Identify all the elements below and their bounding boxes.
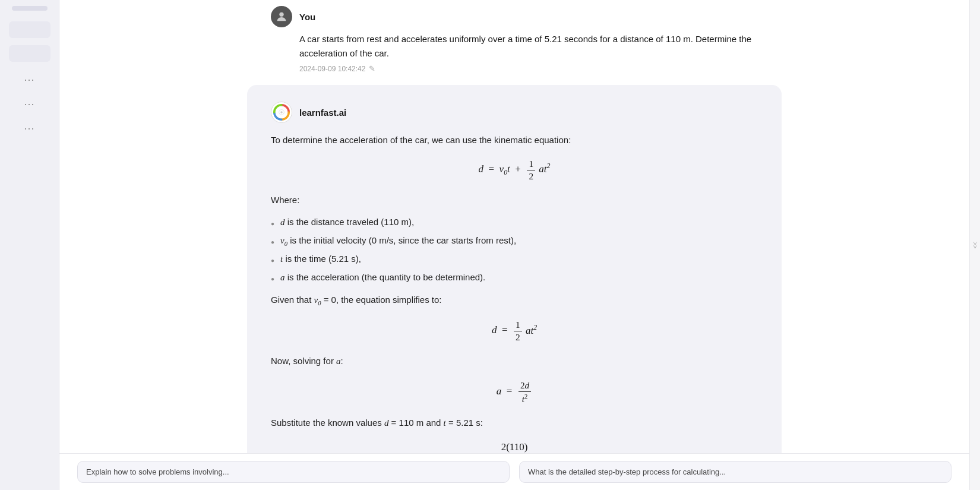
timestamp-text: 2024-09-09 10:42:42 <box>299 65 365 73</box>
sidebar-block-2 <box>9 45 50 62</box>
ai-header: learnfast.ai <box>271 102 758 123</box>
list-item-text: t is the time (5.21 s), <box>280 251 361 267</box>
ai-name: learnfast.ai <box>299 108 346 118</box>
user-message-text: A car starts from rest and accelerates u… <box>299 32 758 61</box>
right-edge-panel[interactable]: >> <box>969 0 980 490</box>
ai-substitute-text: Substitute the known values d = 110 m an… <box>271 415 758 431</box>
user-name: You <box>299 12 315 22</box>
ai-solving-text: Now, solving for a: <box>271 353 758 369</box>
user-header: You <box>271 6 758 27</box>
sidebar-dots-3[interactable]: ... <box>24 118 34 135</box>
bullet-dot: ● <box>271 255 274 265</box>
main-content: You A car starts from rest and accelerat… <box>59 0 969 490</box>
list-item: ● d is the distance traveled (110 m), <box>271 214 758 230</box>
list-item: ● v0 is the initial velocity (0 m/s, sin… <box>271 233 758 249</box>
ai-intro-text: To determine the acceleration of the car… <box>271 132 758 148</box>
list-item: ● t is the time (5.21 s), <box>271 251 758 267</box>
ai-given-text: Given that v0 = 0, the equation simplifi… <box>271 292 758 309</box>
avatar <box>271 6 292 27</box>
suggestion-bar: Explain how to solve problems involving.… <box>59 453 969 490</box>
svg-point-0 <box>279 12 283 17</box>
list-item-text: d is the distance traveled (110 m), <box>280 214 414 230</box>
bullet-dot: ● <box>271 237 274 247</box>
bullet-dot: ● <box>271 274 274 284</box>
ai-logo <box>271 102 292 123</box>
sidebar-top-bar <box>12 6 48 11</box>
sidebar-block-1 <box>9 21 50 38</box>
math-equation-3: a = 2d t2 <box>271 380 758 404</box>
bullet-dot: ● <box>271 219 274 229</box>
sidebar: ... ... ... <box>0 0 59 490</box>
ai-variable-list: ● d is the distance traveled (110 m), ● … <box>271 214 758 285</box>
math-equation-2: d = 1 2 at2 <box>271 320 758 343</box>
list-item: ● a is the acceleration (the quantity to… <box>271 270 758 286</box>
math-equation-4: 2(110) <box>271 441 758 453</box>
list-item-text: a is the acceleration (the quantity to b… <box>280 270 485 286</box>
ai-where-label: Where: <box>271 192 758 208</box>
suggestion-chip-1[interactable]: Explain how to solve problems involving.… <box>77 461 510 483</box>
user-message-container: You A car starts from rest and accelerat… <box>247 0 782 79</box>
right-edge-button[interactable]: >> <box>972 242 978 249</box>
chat-area: You A car starts from rest and accelerat… <box>59 0 969 453</box>
message-timestamp: 2024-09-09 10:42:42 ✎ <box>299 64 758 73</box>
ai-response-container: learnfast.ai To determine the accelerati… <box>247 85 782 453</box>
list-item-text: v0 is the initial velocity (0 m/s, since… <box>280 233 516 249</box>
svg-point-3 <box>280 111 283 113</box>
sidebar-dots-1[interactable]: ... <box>24 69 34 86</box>
math-equation-1: d = v0t + 1 2 at2 <box>271 159 758 182</box>
edit-icon[interactable]: ✎ <box>369 64 375 73</box>
suggestion-chip-2[interactable]: What is the detailed step-by-step proces… <box>519 461 951 483</box>
sidebar-dots-2[interactable]: ... <box>24 93 34 110</box>
